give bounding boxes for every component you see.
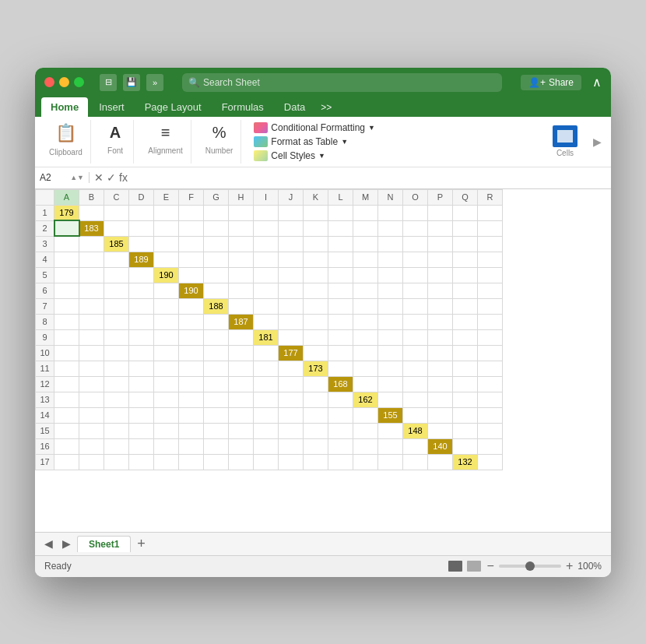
cell-L10[interactable] xyxy=(328,345,353,361)
cell-H1[interactable] xyxy=(229,205,254,220)
minimize-button[interactable] xyxy=(59,77,69,87)
cell-Q2[interactable] xyxy=(453,220,478,236)
collapse-button[interactable]: ∧ xyxy=(592,75,602,90)
cell-K4[interactable] xyxy=(304,252,328,267)
cell-C5[interactable] xyxy=(104,267,129,283)
cell-B2[interactable]: 183 xyxy=(79,220,104,236)
cell-N4[interactable] xyxy=(378,252,403,267)
cell-P3[interactable] xyxy=(428,236,453,252)
cell-D2[interactable] xyxy=(129,220,154,236)
cell-H14[interactable] xyxy=(229,407,254,423)
cell-H6[interactable] xyxy=(229,283,254,298)
cell-O16[interactable] xyxy=(403,438,428,454)
cell-L12[interactable]: 168 xyxy=(328,376,353,392)
cell-J4[interactable] xyxy=(279,252,304,267)
cell-M16[interactable] xyxy=(353,438,378,454)
cell-J1[interactable] xyxy=(279,205,304,220)
cell-H8[interactable]: 187 xyxy=(229,314,254,329)
cell-N8[interactable] xyxy=(378,314,403,329)
cell-D13[interactable] xyxy=(129,392,154,407)
cell-M14[interactable] xyxy=(353,407,378,423)
cell-B4[interactable] xyxy=(79,252,104,267)
cell-K9[interactable] xyxy=(304,329,328,345)
cell-O7[interactable] xyxy=(403,298,428,314)
cell-G13[interactable] xyxy=(204,392,229,407)
cell-H3[interactable] xyxy=(229,236,254,252)
cell-H7[interactable] xyxy=(229,298,254,314)
cell-J10[interactable]: 177 xyxy=(279,345,304,361)
cell-Q13[interactable] xyxy=(453,392,478,407)
cell-R1[interactable] xyxy=(478,205,503,220)
cell-A4[interactable] xyxy=(54,252,79,267)
cell-C16[interactable] xyxy=(104,438,129,454)
cell-B3[interactable] xyxy=(79,236,104,252)
cell-M2[interactable] xyxy=(353,220,378,236)
cell-O9[interactable] xyxy=(403,329,428,345)
cell-R8[interactable] xyxy=(478,314,503,329)
cell-B6[interactable] xyxy=(79,283,104,298)
cell-K15[interactable] xyxy=(304,423,328,438)
cell-L13[interactable] xyxy=(328,392,353,407)
cell-F9[interactable] xyxy=(179,329,204,345)
cell-R17[interactable] xyxy=(478,454,503,470)
cell-M15[interactable] xyxy=(353,423,378,438)
more-ribbon[interactable]: ▶ xyxy=(590,120,605,164)
cell-F15[interactable] xyxy=(179,423,204,438)
cell-C9[interactable] xyxy=(104,329,129,345)
cell-N10[interactable] xyxy=(378,345,403,361)
cell-D6[interactable] xyxy=(129,283,154,298)
cell-R5[interactable] xyxy=(478,267,503,283)
cell-F12[interactable] xyxy=(179,376,204,392)
cell-D8[interactable] xyxy=(129,314,154,329)
cell-B1[interactable] xyxy=(79,205,104,220)
cell-F6[interactable]: 190 xyxy=(179,283,204,298)
cell-I9[interactable]: 181 xyxy=(254,329,279,345)
cell-G16[interactable] xyxy=(204,438,229,454)
cell-I10[interactable] xyxy=(254,345,279,361)
zoom-in-button[interactable]: + xyxy=(566,559,573,573)
cell-F4[interactable] xyxy=(179,252,204,267)
cell-K13[interactable] xyxy=(304,392,328,407)
cell-P15[interactable] xyxy=(428,423,453,438)
cell-Q17[interactable]: 132 xyxy=(453,454,478,470)
cell-Q6[interactable] xyxy=(453,283,478,298)
cell-M5[interactable] xyxy=(353,267,378,283)
col-header-F[interactable]: F xyxy=(179,189,204,205)
cell-G11[interactable] xyxy=(204,361,229,376)
cell-O5[interactable] xyxy=(403,267,428,283)
cell-C2[interactable] xyxy=(104,220,129,236)
cell-J2[interactable] xyxy=(279,220,304,236)
cell-K12[interactable] xyxy=(304,376,328,392)
cell-J5[interactable] xyxy=(279,267,304,283)
cell-O3[interactable] xyxy=(403,236,428,252)
cell-C6[interactable] xyxy=(104,283,129,298)
cell-M17[interactable] xyxy=(353,454,378,470)
cell-L9[interactable] xyxy=(328,329,353,345)
cell-P14[interactable] xyxy=(428,407,453,423)
tab-insert[interactable]: Insert xyxy=(90,97,134,117)
cell-O8[interactable] xyxy=(403,314,428,329)
cell-K10[interactable] xyxy=(304,345,328,361)
cell-P8[interactable] xyxy=(428,314,453,329)
cell-F3[interactable] xyxy=(179,236,204,252)
cell-I1[interactable] xyxy=(254,205,279,220)
cell-E8[interactable] xyxy=(154,314,179,329)
cell-H12[interactable] xyxy=(229,376,254,392)
cell-I15[interactable] xyxy=(254,423,279,438)
cell-C11[interactable] xyxy=(104,361,129,376)
col-header-Q[interactable]: Q xyxy=(453,189,478,205)
cell-Q16[interactable] xyxy=(453,438,478,454)
cell-Q4[interactable] xyxy=(453,252,478,267)
cell-P6[interactable] xyxy=(428,283,453,298)
cell-D7[interactable] xyxy=(129,298,154,314)
cell-M9[interactable] xyxy=(353,329,378,345)
cell-C10[interactable] xyxy=(104,345,129,361)
cell-Q10[interactable] xyxy=(453,345,478,361)
cell-C17[interactable] xyxy=(104,454,129,470)
cell-M7[interactable] xyxy=(353,298,378,314)
cell-D14[interactable] xyxy=(129,407,154,423)
col-header-B[interactable]: B xyxy=(79,189,104,205)
cell-J14[interactable] xyxy=(279,407,304,423)
cell-P11[interactable] xyxy=(428,361,453,376)
cell-M12[interactable] xyxy=(353,376,378,392)
